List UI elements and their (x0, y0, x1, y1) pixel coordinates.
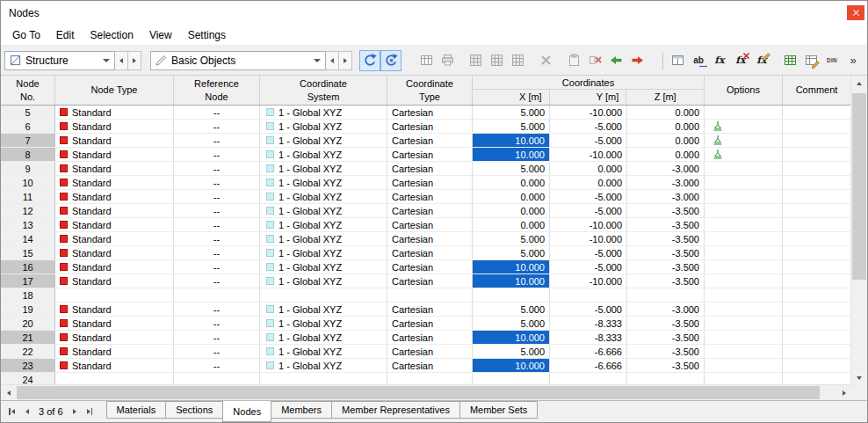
cell-coordinate-type[interactable]: Cartesian (387, 331, 473, 344)
cell-y[interactable]: -5.000 (550, 303, 627, 316)
cell-z[interactable]: -3.000 (627, 162, 705, 175)
cell-y[interactable]: -8.333 (550, 317, 627, 330)
cell-comment[interactable] (783, 331, 851, 344)
cell-options[interactable] (705, 331, 783, 344)
cell-options[interactable] (705, 232, 783, 245)
row-header[interactable]: 6 (1, 120, 55, 133)
cell-options[interactable] (705, 317, 783, 330)
cell-coordinate-type[interactable]: Cartesian (387, 162, 473, 175)
cell-x[interactable]: 10.000 (473, 148, 550, 161)
row-header[interactable]: 18 (1, 288, 55, 302)
cell-coordinate-system[interactable]: 1 - Global XYZ (260, 246, 387, 259)
header-options[interactable]: Options (705, 76, 783, 105)
cell-node-type[interactable]: Standard (55, 106, 174, 119)
cell-coordinate-type[interactable]: Cartesian (387, 274, 473, 288)
cell-coordinate-type[interactable]: Cartesian (387, 204, 473, 217)
cell-node-type[interactable]: Standard (55, 190, 174, 203)
cell-y[interactable]: 0.000 (550, 162, 627, 175)
cell-x[interactable]: 10.000 (473, 134, 550, 147)
first-table-button[interactable] (4, 404, 19, 419)
table-tab[interactable]: Nodes (222, 401, 271, 422)
row-header[interactable]: 24 (1, 373, 55, 385)
cell-coordinate-type[interactable]: Cartesian (387, 218, 473, 231)
cell-coordinate-system[interactable]: 1 - Global XYZ (260, 359, 387, 372)
cell-z[interactable]: -3.500 (627, 246, 705, 259)
scroll-left-button[interactable] (1, 385, 16, 400)
cell-reference-node[interactable]: -- (174, 274, 260, 288)
header-node-no[interactable]: Node No. (1, 76, 55, 105)
cell-z[interactable]: -3.500 (627, 345, 705, 358)
cell-node-type[interactable]: Standard (55, 162, 174, 175)
cell-reference-node[interactable]: -- (174, 176, 260, 189)
cell-coordinate-type[interactable] (387, 288, 473, 302)
cell-options[interactable] (705, 120, 783, 133)
menu-go-to[interactable]: Go To (4, 27, 48, 43)
cell-comment[interactable] (783, 359, 851, 372)
row-header[interactable]: 16 (1, 260, 55, 273)
cell-comment[interactable] (783, 373, 851, 385)
split-table-button[interactable] (667, 50, 688, 71)
cell-comment[interactable] (783, 190, 851, 203)
cell-coordinate-system[interactable]: 1 - Global XYZ (260, 162, 387, 175)
cell-options[interactable] (705, 373, 783, 385)
cell-z[interactable]: -3.500 (627, 218, 705, 231)
cell-x[interactable]: 5.000 (473, 120, 550, 133)
cell-node-type[interactable]: Standard (55, 345, 174, 358)
cell-node-type[interactable]: Standard (55, 204, 174, 217)
header-coordinate-type[interactable]: Coordinate Type (387, 76, 473, 105)
cell-options[interactable] (705, 246, 783, 259)
cell-coordinate-type[interactable]: Cartesian (387, 303, 473, 316)
cell-comment[interactable] (783, 303, 851, 316)
cell-reference-node[interactable]: -- (174, 148, 260, 161)
cell-node-type[interactable]: Standard (55, 303, 174, 316)
cell-coordinate-system[interactable]: 1 - Global XYZ (260, 232, 387, 245)
basic-objects-select[interactable]: Basic Objects (150, 51, 326, 70)
row-header[interactable]: 23 (1, 359, 55, 372)
formula-edit-button[interactable]: fx (751, 50, 772, 71)
cell-x[interactable]: 10.000 (473, 274, 550, 288)
last-table-button[interactable] (83, 404, 98, 419)
cell-comment[interactable] (783, 246, 851, 259)
cell-z[interactable]: -3.500 (627, 274, 705, 288)
cell-coordinate-system[interactable]: 1 - Global XYZ (260, 218, 387, 231)
cell-z[interactable]: 0.000 (627, 148, 705, 161)
cell-reference-node[interactable]: -- (174, 218, 260, 231)
cell-x[interactable] (473, 373, 550, 385)
row-header[interactable]: 15 (1, 246, 55, 259)
cell-comment[interactable] (783, 218, 851, 231)
formula-button[interactable]: fx (709, 50, 730, 71)
structure-prev-button[interactable] (115, 51, 128, 70)
cell-coordinate-system[interactable]: 1 - Global XYZ (260, 303, 387, 316)
cell-options[interactable] (705, 162, 783, 175)
cell-coordinate-system[interactable]: 1 - Global XYZ (260, 120, 387, 133)
cell-node-type[interactable]: Standard (55, 148, 174, 161)
cell-comment[interactable] (783, 148, 851, 161)
cell-options[interactable] (705, 218, 783, 231)
cell-options[interactable] (705, 106, 783, 119)
cell-coordinate-type[interactable]: Cartesian (387, 260, 473, 273)
cell-comment[interactable] (783, 120, 851, 133)
cell-options[interactable] (705, 134, 783, 147)
menu-selection[interactable]: Selection (83, 27, 141, 43)
excel-export-button[interactable] (779, 50, 800, 71)
cell-y[interactable]: -5.000 (550, 134, 627, 147)
cell-z[interactable]: -3.000 (627, 176, 705, 189)
structure-select[interactable]: Structure (4, 51, 115, 70)
menu-settings[interactable]: Settings (180, 27, 234, 43)
cell-y[interactable]: -10.000 (550, 274, 627, 288)
cell-coordinate-type[interactable]: Cartesian (387, 176, 473, 189)
cell-reference-node[interactable]: -- (174, 260, 260, 273)
structure-next-button[interactable] (128, 51, 141, 70)
vertical-scroll-thumb[interactable] (852, 93, 866, 280)
cell-x[interactable]: 10.000 (473, 331, 550, 344)
previous-table-button[interactable] (19, 404, 34, 419)
scroll-right-button[interactable] (836, 385, 851, 400)
row-header[interactable]: 19 (1, 303, 55, 316)
cell-y[interactable]: -10.000 (550, 148, 627, 161)
cell-coordinate-system[interactable]: 1 - Global XYZ (260, 204, 387, 217)
cell-node-type[interactable]: Standard (55, 331, 174, 344)
sync-view-button[interactable] (380, 50, 401, 71)
cell-z[interactable]: 0.000 (627, 134, 705, 147)
cell-node-type[interactable]: Standard (55, 260, 174, 273)
cell-options[interactable] (705, 359, 783, 372)
